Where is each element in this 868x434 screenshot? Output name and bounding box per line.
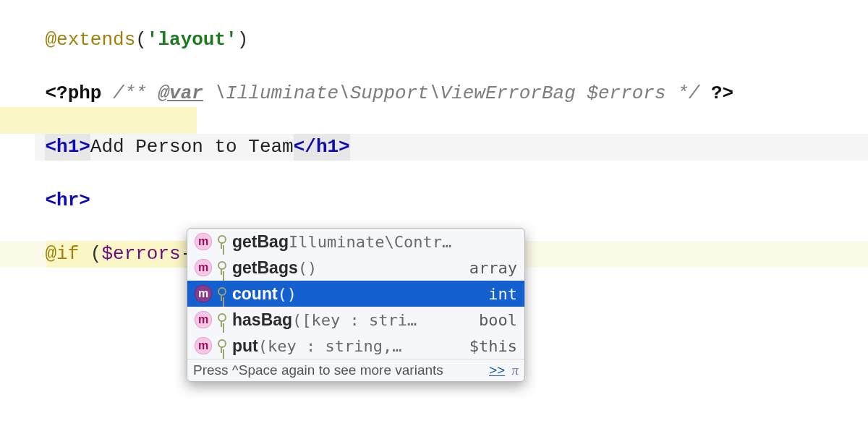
key-icon bbox=[216, 261, 226, 275]
indent bbox=[0, 190, 45, 211]
autocomplete-item[interactable]: m put (key : string,… $this bbox=[187, 333, 524, 359]
method-signature: () bbox=[278, 285, 485, 303]
php-variable: $errors bbox=[101, 243, 180, 265]
autocomplete-item-selected[interactable]: m count () int bbox=[187, 281, 524, 307]
method-icon: m bbox=[195, 337, 212, 354]
method-name: hasBag bbox=[232, 310, 292, 330]
method-icon: m bbox=[195, 285, 212, 302]
autocomplete-item[interactable]: m getBags () array bbox=[187, 255, 524, 281]
code-line[interactable] bbox=[0, 80, 868, 107]
code-line[interactable] bbox=[0, 27, 868, 54]
code-line[interactable]: <?php /** @var \Illuminate\Support\ViewE… bbox=[0, 54, 868, 80]
pi-icon[interactable]: π bbox=[511, 362, 519, 378]
key-icon bbox=[216, 235, 226, 249]
indent bbox=[0, 243, 45, 265]
html-tag-close: </h1> bbox=[294, 136, 350, 158]
autocomplete-hint: Press ^Space again to see more variants … bbox=[187, 359, 524, 381]
autocomplete-item[interactable]: m getBag Illuminate\Contr… bbox=[187, 229, 524, 255]
hint-text: Press ^Space again to see more variants bbox=[193, 359, 443, 381]
method-signature: Illuminate\Contr… bbox=[289, 233, 513, 251]
code-editor[interactable]: @extends('layout') <?php /** @var \Illum… bbox=[0, 0, 868, 434]
directive-if: @if bbox=[45, 243, 90, 265]
key-icon bbox=[216, 313, 226, 327]
code-line[interactable]: @section('main') bbox=[0, 107, 868, 134]
code-line[interactable] bbox=[0, 161, 868, 187]
indent bbox=[0, 136, 45, 158]
method-name: count bbox=[232, 284, 278, 304]
paren-open: ( bbox=[90, 243, 102, 265]
key-icon bbox=[216, 287, 226, 301]
code-line[interactable]: <hr> bbox=[0, 187, 868, 214]
method-name: put bbox=[232, 336, 258, 356]
html-tag-open: <h1> bbox=[45, 136, 90, 158]
text-content: Add Person to Team bbox=[90, 136, 294, 158]
html-tag: <hr> bbox=[45, 190, 90, 211]
method-icon: m bbox=[195, 259, 212, 276]
method-icon: m bbox=[195, 233, 212, 250]
method-signature: ([key : stri… bbox=[292, 311, 475, 329]
hint-more-link[interactable]: >> bbox=[489, 362, 505, 378]
return-type: bool bbox=[479, 311, 517, 329]
code-line[interactable]: @extends('layout') bbox=[0, 0, 868, 27]
return-type: array bbox=[469, 259, 517, 277]
return-type: $this bbox=[469, 337, 517, 355]
code-line[interactable]: <h1>Add Person to Team</h1> bbox=[0, 134, 868, 161]
method-signature: (key : string,… bbox=[258, 337, 465, 355]
autocomplete-item[interactable]: m hasBag ([key : stri… bool bbox=[187, 307, 524, 333]
autocomplete-popup: m getBag Illuminate\Contr… m getBags () … bbox=[187, 228, 525, 382]
key-icon bbox=[216, 339, 226, 353]
method-icon: m bbox=[195, 311, 212, 328]
return-type: int bbox=[488, 285, 517, 303]
method-name: getBags bbox=[232, 258, 298, 278]
method-signature: () bbox=[298, 259, 465, 277]
method-name: getBag bbox=[232, 232, 289, 252]
